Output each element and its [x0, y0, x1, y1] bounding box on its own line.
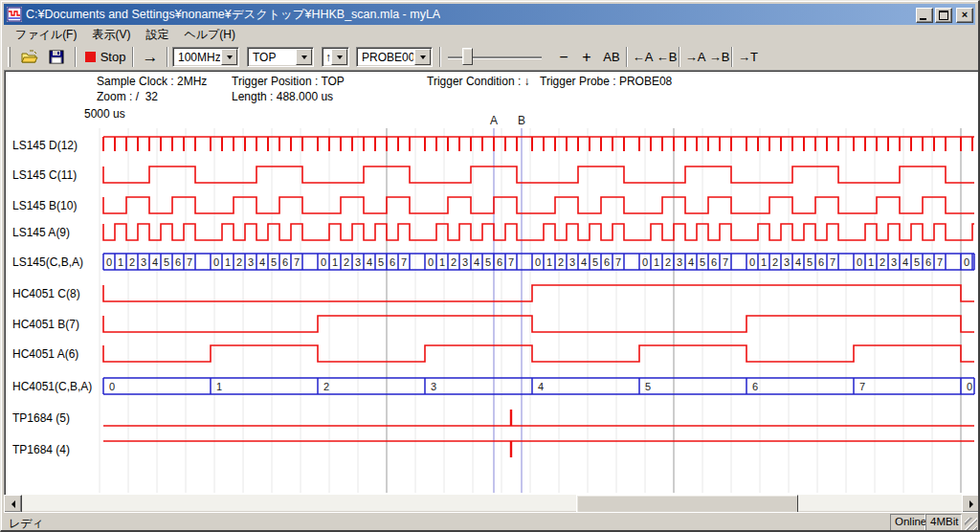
svg-text:6: 6 — [711, 256, 717, 268]
goto-a-right-button[interactable]: →A — [683, 46, 707, 68]
svg-text:7: 7 — [615, 256, 621, 268]
svg-text:6: 6 — [752, 381, 758, 392]
svg-text:7: 7 — [508, 256, 514, 268]
title-bar[interactable]: C:¥Documents and Settings¥noname¥デスクトップ¥… — [4, 4, 975, 25]
svg-text:2: 2 — [129, 256, 135, 268]
stop-button[interactable]: Stop — [80, 46, 130, 68]
minimize-icon — [920, 18, 926, 20]
zoom-in-button[interactable]: + — [576, 46, 597, 68]
svg-text:3: 3 — [431, 381, 436, 392]
menu-item-0[interactable]: ファイル(F) — [8, 25, 84, 45]
menu-item-2[interactable]: 設定 — [138, 25, 176, 45]
menu-item-3[interactable]: ヘルプ(H) — [176, 25, 243, 45]
toolbar-separator — [679, 47, 680, 67]
trigger-position-dropdown[interactable] — [296, 49, 312, 65]
svg-text:4: 4 — [152, 256, 158, 268]
probe-select[interactable]: PROBE00 — [356, 47, 433, 67]
maximize-icon — [939, 11, 948, 20]
zoom-out-label: − — [559, 49, 568, 66]
svg-text:7: 7 — [830, 256, 835, 268]
svg-text:0: 0 — [535, 256, 541, 268]
goto-a-left-button[interactable]: ←A — [631, 46, 655, 68]
svg-text:0: 0 — [857, 256, 862, 268]
clock-select-value: 100MHz — [173, 48, 220, 66]
menu-item-1[interactable]: 表示(V) — [84, 25, 138, 45]
run-button[interactable]: → — [138, 46, 163, 68]
app-window: C:¥Documents and Settings¥noname¥デスクトップ¥… — [0, 0, 980, 532]
svg-text:1: 1 — [216, 381, 222, 392]
svg-text:2: 2 — [323, 381, 329, 392]
svg-text:7: 7 — [187, 256, 192, 268]
svg-text:0: 0 — [642, 256, 648, 268]
save-floppy-icon — [48, 50, 65, 64]
svg-text:1: 1 — [439, 256, 445, 268]
zoom-out-button[interactable]: − — [553, 46, 574, 68]
status-online-badge: Online — [890, 514, 925, 532]
app-icon — [7, 7, 22, 22]
scroll-left-button[interactable] — [4, 495, 22, 513]
svg-text:5: 5 — [485, 256, 491, 268]
goto-b-left-button[interactable]: ←B — [655, 46, 679, 68]
svg-text:7: 7 — [723, 256, 728, 268]
toolbar-separator — [167, 47, 168, 67]
svg-text:5: 5 — [271, 256, 277, 268]
clock-select-dropdown[interactable] — [221, 49, 237, 65]
zoom-in-label: + — [582, 49, 590, 66]
svg-text:5: 5 — [807, 256, 813, 268]
scroll-right-button[interactable] — [962, 495, 980, 513]
svg-text:3: 3 — [462, 256, 468, 268]
svg-text:5: 5 — [378, 256, 384, 268]
maximize-button[interactable] — [935, 8, 952, 23]
chevron-down-icon — [227, 55, 233, 59]
waveform-client-area: Sample Clock : 2MHz Trigger Position : T… — [4, 70, 978, 495]
stop-label: Stop — [100, 50, 126, 64]
svg-text:6: 6 — [497, 256, 502, 268]
svg-text:7: 7 — [859, 381, 865, 392]
minimize-button[interactable] — [916, 8, 933, 23]
trigger-edge-select[interactable]: ↑ — [322, 47, 349, 67]
svg-text:2: 2 — [236, 256, 242, 268]
svg-text:2: 2 — [772, 256, 778, 268]
horizontal-scrollbar[interactable] — [4, 495, 978, 511]
goto-b-right-button[interactable]: →B — [707, 46, 731, 68]
svg-text:0: 0 — [321, 256, 326, 268]
svg-text:6: 6 — [282, 256, 288, 268]
toolbar-separator — [731, 47, 733, 67]
zoom-slider[interactable] — [446, 47, 544, 67]
resize-grip[interactable] — [965, 518, 977, 530]
svg-text:1: 1 — [654, 256, 659, 268]
svg-text:4: 4 — [795, 256, 801, 268]
svg-text:5: 5 — [164, 256, 169, 268]
svg-text:5: 5 — [914, 256, 920, 268]
svg-text:6: 6 — [818, 256, 824, 268]
zoom-slider-thumb[interactable] — [462, 48, 473, 65]
svg-text:3: 3 — [569, 256, 575, 268]
arrow-left-icon — [11, 500, 15, 508]
probe-select-dropdown[interactable] — [414, 49, 431, 65]
status-memory-badge: 4MBit — [925, 514, 962, 532]
open-file-button[interactable] — [17, 46, 42, 68]
goto-trigger-button[interactable]: →T — [736, 46, 760, 68]
trigger-edge-dropdown[interactable] — [331, 49, 347, 65]
svg-text:3: 3 — [355, 256, 361, 268]
trigger-position-select[interactable]: TOP — [247, 47, 314, 67]
svg-text:3: 3 — [784, 256, 790, 268]
svg-text:3: 3 — [141, 256, 146, 268]
clock-select[interactable]: 100MHz — [172, 47, 239, 67]
toolbar-separator — [132, 47, 134, 67]
save-button[interactable] — [44, 46, 69, 68]
ab-button[interactable]: AB — [599, 46, 624, 68]
svg-text:4: 4 — [688, 256, 694, 268]
svg-text:4: 4 — [259, 256, 265, 268]
chevron-down-icon — [420, 55, 426, 59]
close-button[interactable]: × — [956, 8, 973, 23]
toolbar-separator — [75, 47, 77, 67]
toolbar-grip — [8, 47, 11, 67]
svg-text:4: 4 — [538, 381, 544, 392]
svg-text:1: 1 — [868, 256, 874, 268]
svg-text:1: 1 — [118, 256, 123, 268]
goto-b-right-label: →B — [709, 50, 730, 64]
svg-text:2: 2 — [558, 256, 564, 268]
scrollbar-thumb[interactable] — [576, 495, 798, 513]
svg-text:0: 0 — [213, 256, 219, 268]
